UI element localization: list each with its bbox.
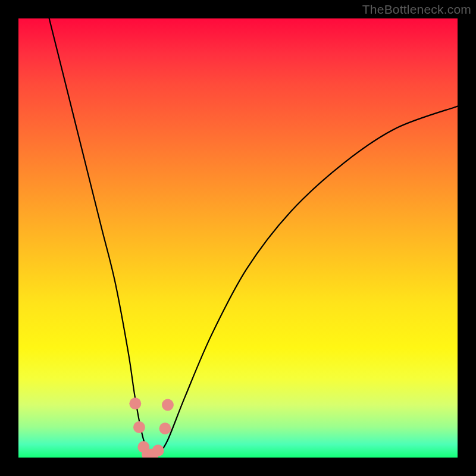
marker-point bbox=[129, 397, 141, 409]
marker-point bbox=[152, 444, 164, 456]
marker-point bbox=[162, 399, 174, 411]
bottleneck-curve bbox=[49, 18, 458, 458]
curve-svg bbox=[18, 18, 458, 458]
plot-area bbox=[18, 18, 458, 458]
marker-point bbox=[133, 421, 145, 433]
marker-point bbox=[159, 422, 171, 434]
highlight-markers bbox=[129, 397, 174, 458]
watermark-text: TheBottleneck.com bbox=[362, 2, 471, 17]
chart-container: TheBottleneck.com bbox=[0, 0, 476, 476]
